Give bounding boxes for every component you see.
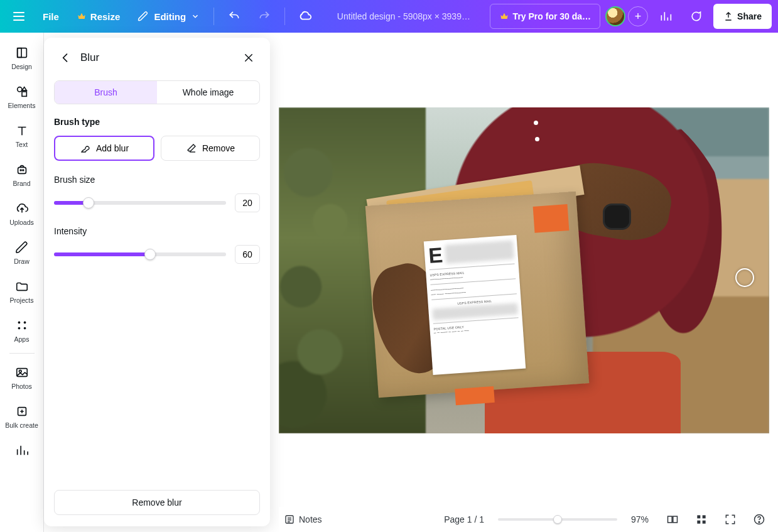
brush-size-value[interactable]: 20	[235, 193, 260, 212]
try-pro-label: Try Pro for 30 da…	[513, 11, 591, 21]
sidebar-item-label: Brand	[13, 180, 30, 187]
svg-rect-15	[668, 516, 673, 523]
undo-button[interactable]	[222, 4, 247, 29]
fullscreen-button[interactable]	[720, 509, 740, 529]
brush-icon	[80, 143, 91, 154]
sidebar-item-label: Draw	[14, 258, 30, 265]
sidebar-item-bulk-create[interactable]: Bulk create	[0, 398, 43, 437]
left-sidebar: Design Elements Text Brand Uploads Draw …	[0, 33, 44, 532]
svg-point-7	[18, 322, 20, 324]
sidebar-item-brand[interactable]: Brand	[0, 156, 43, 195]
slider-thumb[interactable]	[144, 249, 156, 260]
svg-point-5	[20, 170, 21, 171]
redo-button[interactable]	[252, 4, 277, 29]
text-icon	[14, 123, 30, 138]
canvas[interactable]: E USPS EXPRESS MAIL ────────────── ─────…	[279, 107, 769, 433]
canvas-image[interactable]: E USPS EXPRESS MAIL ────────────── ─────…	[279, 107, 769, 433]
file-menu-button[interactable]: File	[36, 4, 65, 29]
brush-size-slider[interactable]	[54, 201, 226, 205]
sidebar-item-label: Bulk create	[5, 421, 38, 429]
panel-title: Blur	[80, 52, 237, 64]
label-blurred-text	[445, 240, 515, 264]
bulk-create-icon	[14, 404, 30, 419]
cloud-sync-icon[interactable]	[293, 4, 318, 29]
uploads-icon	[14, 201, 30, 216]
comment-button[interactable]	[683, 4, 708, 29]
sidebar-item-text[interactable]: Text	[0, 117, 43, 156]
svg-point-9	[18, 327, 20, 330]
image-tape	[455, 386, 495, 405]
sidebar-item-apps[interactable]: Apps	[0, 312, 43, 350]
remove-label: Remove	[202, 143, 235, 153]
zoom-slider[interactable]	[498, 518, 617, 521]
sidebar-item-label: Design	[11, 63, 32, 70]
slider-thumb[interactable]	[83, 197, 94, 209]
brush-type-label: Brush type	[54, 117, 260, 127]
insights-button[interactable]	[653, 4, 678, 29]
tab-brush[interactable]: Brush	[55, 81, 157, 104]
sidebar-item-design[interactable]: Design	[0, 39, 43, 78]
back-button[interactable]	[54, 46, 77, 69]
svg-rect-20	[703, 521, 706, 524]
top-bar: File Resize Editing Untitled design - 59…	[0, 0, 778, 33]
svg-rect-18	[703, 515, 706, 518]
sidebar-item-label: Projects	[10, 296, 34, 304]
brush-size-label: Brush size	[54, 175, 260, 185]
avatar[interactable]	[605, 6, 625, 26]
sidebar-item-label: Elements	[8, 102, 36, 109]
svg-rect-4	[18, 167, 26, 173]
add-collaborator-button[interactable]: +	[628, 6, 648, 26]
notes-label: Notes	[299, 514, 322, 524]
shipping-label: E USPS EXPRESS MAIL ────────────── ─────…	[424, 235, 526, 375]
editing-mode-button[interactable]: Editing	[131, 4, 206, 29]
sidebar-item-uploads[interactable]: Uploads	[0, 195, 43, 234]
draw-icon	[14, 240, 30, 255]
tab-whole-image[interactable]: Whole image	[157, 81, 259, 104]
eraser-icon	[186, 143, 197, 154]
page-indicator[interactable]: Page 1 / 1	[439, 509, 489, 529]
close-button[interactable]	[237, 46, 260, 69]
file-label: File	[43, 11, 59, 22]
sidebar-item-draw[interactable]: Draw	[0, 234, 43, 273]
svg-rect-3	[22, 92, 26, 96]
zoom-thumb[interactable]	[553, 515, 562, 524]
panel-body: Brush Whole image Brush type Add blur Re…	[44, 78, 270, 278]
mode-segmented-control: Brush Whole image	[54, 80, 260, 104]
try-pro-button[interactable]: Try Pro for 30 da…	[490, 4, 600, 29]
main-menu-button[interactable]	[6, 4, 31, 29]
bottom-bar: Notes Page 1 / 1 97%	[279, 507, 769, 532]
sidebar-item-more[interactable]	[0, 437, 43, 458]
crown-icon	[77, 11, 87, 21]
pencil-icon	[138, 11, 149, 22]
intensity-label: Intensity	[54, 226, 260, 236]
resize-button[interactable]: Resize	[70, 4, 127, 29]
page-view-button[interactable]	[662, 509, 683, 529]
remove-blur-button[interactable]: Remove blur	[54, 490, 260, 515]
add-blur-button[interactable]: Add blur	[54, 136, 154, 161]
share-button[interactable]: Share	[713, 4, 772, 29]
chevron-down-icon	[191, 12, 200, 21]
blur-panel: Blur Brush Whole image Brush type Add bl…	[44, 38, 270, 526]
svg-rect-16	[673, 516, 678, 523]
intensity-slider[interactable]	[54, 252, 226, 256]
zoom-value[interactable]: 97%	[626, 509, 654, 529]
sidebar-item-label: Uploads	[9, 219, 34, 226]
intensity-value[interactable]: 60	[235, 245, 260, 264]
editing-label: Editing	[154, 11, 186, 22]
sidebar-item-elements[interactable]: Elements	[0, 78, 43, 117]
help-button[interactable]	[749, 509, 769, 529]
sidebar-item-projects[interactable]: Projects	[0, 273, 43, 312]
add-blur-label: Add blur	[96, 143, 129, 153]
svg-point-22	[759, 521, 760, 523]
sidebar-item-label: Photos	[11, 383, 32, 390]
crown-icon	[499, 11, 509, 21]
svg-point-10	[23, 327, 26, 330]
notes-button[interactable]: Notes	[279, 509, 327, 529]
projects-icon	[14, 279, 30, 294]
remove-brush-button[interactable]: Remove	[161, 136, 260, 161]
design-title[interactable]: Untitled design - 5908px × 3939…	[337, 11, 470, 21]
grid-view-button[interactable]	[691, 509, 711, 529]
panel-header: Blur	[44, 38, 270, 78]
sidebar-item-photos[interactable]: Photos	[0, 359, 43, 398]
image-watch	[605, 205, 629, 228]
